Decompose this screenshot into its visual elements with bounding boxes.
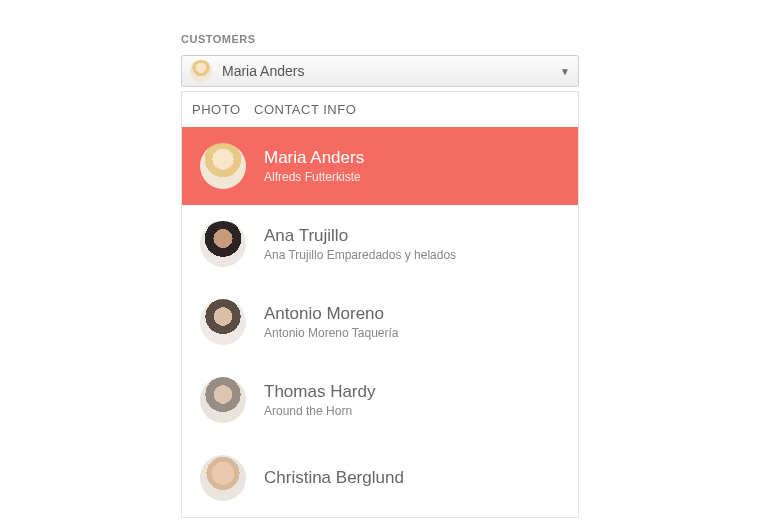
avatar xyxy=(200,377,246,423)
selected-avatar xyxy=(190,60,212,82)
contact-name: Christina Berglund xyxy=(264,468,404,488)
list-item[interactable]: Christina Berglund xyxy=(182,439,578,517)
contact-company: Antonio Moreno Taquería xyxy=(264,326,399,340)
contact-name: Thomas Hardy xyxy=(264,382,375,402)
dropdown-panel: PHOTO CONTACT INFO Maria AndersAlfreds F… xyxy=(181,91,579,518)
list-item[interactable]: Ana TrujilloAna Trujillo Emparedados y h… xyxy=(182,205,578,283)
contact-info: Christina Berglund xyxy=(264,468,404,488)
contact-info: Thomas HardyAround the Horn xyxy=(264,382,375,418)
column-header-contact: CONTACT INFO xyxy=(254,102,356,117)
selected-name: Maria Anders xyxy=(222,63,560,79)
contact-name: Ana Trujillo xyxy=(264,226,456,246)
avatar xyxy=(200,455,246,501)
chevron-down-icon: ▼ xyxy=(560,66,570,77)
avatar xyxy=(200,221,246,267)
contact-info: Ana TrujilloAna Trujillo Emparedados y h… xyxy=(264,226,456,262)
avatar xyxy=(200,143,246,189)
section-label: CUSTOMERS xyxy=(181,33,579,45)
customer-list: Maria AndersAlfreds FutterkisteAna Truji… xyxy=(182,127,578,517)
list-item[interactable]: Maria AndersAlfreds Futterkiste xyxy=(182,127,578,205)
column-header-photo: PHOTO xyxy=(192,102,254,117)
contact-name: Antonio Moreno xyxy=(264,304,399,324)
column-headers: PHOTO CONTACT INFO xyxy=(182,92,578,127)
avatar xyxy=(200,299,246,345)
contact-info: Antonio MorenoAntonio Moreno Taquería xyxy=(264,304,399,340)
list-item[interactable]: Antonio MorenoAntonio Moreno Taquería xyxy=(182,283,578,361)
contact-name: Maria Anders xyxy=(264,148,364,168)
customers-dropdown[interactable]: Maria Anders ▼ xyxy=(181,55,579,87)
contact-info: Maria AndersAlfreds Futterkiste xyxy=(264,148,364,184)
contact-company: Alfreds Futterkiste xyxy=(264,170,364,184)
contact-company: Around the Horn xyxy=(264,404,375,418)
contact-company: Ana Trujillo Emparedados y helados xyxy=(264,248,456,262)
list-item[interactable]: Thomas HardyAround the Horn xyxy=(182,361,578,439)
